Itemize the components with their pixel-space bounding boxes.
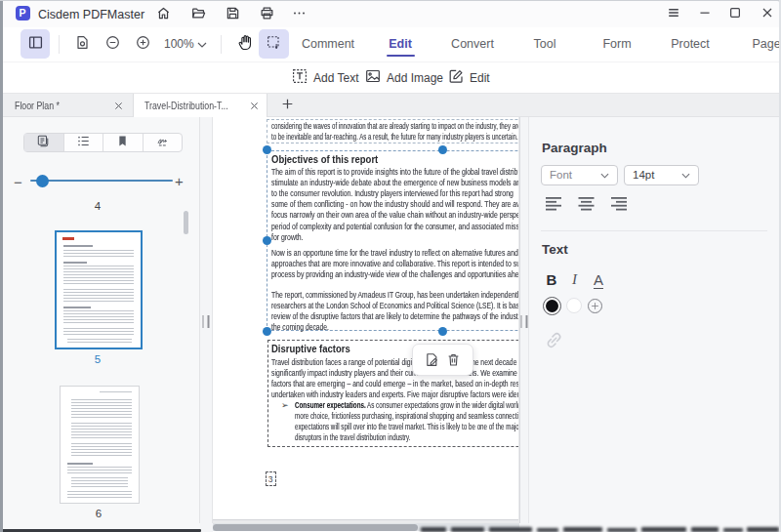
app-menu-button[interactable] — [664, 5, 683, 24]
tab-page[interactable]: Page — [752, 37, 780, 51]
text-line: researchers at the London School of Econ… — [271, 301, 518, 311]
tab-tool[interactable]: Tool — [534, 37, 556, 51]
font-family-select[interactable]: Font — [541, 165, 618, 186]
document-tab-bar: Floor Plan * Travel-Distribution-T... — [0, 93, 781, 117]
sidebar-toggle-button[interactable] — [21, 29, 50, 59]
selection-handle-top-middle[interactable] — [438, 145, 447, 154]
page-5-label[interactable]: 5 — [95, 353, 101, 365]
edit-block-button[interactable] — [424, 352, 439, 368]
color-swatch-black-selected[interactable] — [543, 297, 561, 315]
pdf-page[interactable]: considering the waves of innovation that… — [213, 117, 518, 520]
add-color-button[interactable] — [588, 299, 602, 313]
text-block-selected[interactable]: Objectives of this report The aim of thi… — [267, 150, 518, 332]
doc-tab-floor-plan[interactable]: Floor Plan * — [0, 94, 134, 117]
maximize-button[interactable] — [725, 5, 745, 24]
align-center-button[interactable] — [578, 197, 595, 211]
italic-button[interactable]: I — [572, 271, 577, 288]
close-tab-button[interactable] — [110, 98, 126, 113]
page-6-thumbnail[interactable] — [60, 386, 140, 504]
sidebar-scrollbar[interactable] — [184, 211, 189, 234]
app-title: Cisdem PDFMaster — [38, 8, 144, 21]
open-file-button[interactable] — [189, 6, 207, 23]
color-swatch-white[interactable] — [566, 298, 582, 313]
decorative-shape — [67, 467, 132, 475]
sidebar-splitter[interactable] — [200, 117, 213, 523]
close-icon — [114, 102, 123, 110]
page-5-thumbnail[interactable] — [55, 230, 143, 349]
marquee-select-button[interactable] — [259, 29, 289, 59]
edit-button[interactable]: Edit — [448, 62, 490, 93]
text-line: to be inevitable and far-reaching. As a … — [271, 132, 518, 143]
minimize-icon — [698, 6, 712, 23]
edit-label: Edit — [470, 71, 490, 85]
delete-block-button[interactable] — [446, 352, 462, 368]
view-mode-bookmarks[interactable] — [103, 134, 144, 151]
tab-form[interactable]: Form — [602, 37, 631, 51]
bold-button[interactable]: B — [547, 271, 557, 288]
zoom-in-button[interactable] — [134, 35, 151, 53]
home-icon — [156, 6, 171, 24]
panel-splitter[interactable] — [519, 117, 530, 523]
close-tab-button[interactable] — [249, 98, 260, 113]
close-button[interactable] — [758, 5, 777, 24]
more-button[interactable] — [290, 6, 308, 23]
selection-handle-top-left[interactable] — [263, 145, 271, 154]
add-text-button[interactable]: Add Text — [292, 62, 358, 93]
slider-track[interactable] — [30, 180, 173, 182]
align-left-button[interactable] — [546, 197, 562, 211]
toolbar-divider — [59, 35, 60, 54]
text-block-intro[interactable]: considering the waves of innovation that… — [267, 119, 518, 143]
decorative-shape — [208, 315, 210, 328]
decorative-shape — [63, 289, 134, 304]
decorative-shape — [489, 527, 532, 532]
desktop-edge — [0, 0, 3, 532]
app-logo: P — [16, 6, 30, 20]
decorative-shape — [63, 307, 91, 308]
splitter-grip-icon — [202, 315, 209, 328]
view-mode-thumbnails[interactable] — [24, 134, 64, 151]
text-line: factors that are emerging – and could em… — [271, 379, 518, 389]
zoom-level-value[interactable]: 100% — [164, 37, 194, 51]
selection-handle-bottom-left[interactable] — [263, 327, 271, 336]
print-button[interactable] — [258, 6, 275, 23]
align-right-button[interactable] — [610, 197, 627, 211]
new-tab-button[interactable] — [278, 97, 296, 114]
slider-knob[interactable] — [36, 175, 49, 187]
selection-handle-middle-left[interactable] — [263, 236, 271, 245]
text-line: significantly impact industry players an… — [271, 368, 518, 379]
toolbar-divider — [221, 35, 222, 54]
save-button[interactable] — [224, 6, 241, 23]
page-view-button[interactable] — [73, 35, 91, 53]
text-block-disruptive[interactable]: Disruptive factors Travel distribution f… — [267, 340, 518, 447]
link-button[interactable] — [545, 331, 563, 349]
doc-tab-travel-distribution[interactable]: Travel-Distribution-T... — [134, 94, 267, 117]
decorative-shape — [63, 262, 87, 264]
view-mode-signature[interactable] — [144, 134, 183, 151]
tab-edit[interactable]: Edit — [389, 37, 412, 51]
maximize-icon — [728, 6, 742, 23]
decorative-shape — [71, 423, 132, 440]
view-mode-outline[interactable] — [64, 134, 104, 151]
tab-comment[interactable]: Comment — [302, 37, 354, 51]
font-size-select[interactable]: 14pt — [624, 165, 699, 186]
zoom-out-button[interactable] — [104, 35, 122, 53]
decorative-shape — [63, 266, 134, 286]
tab-convert[interactable]: Convert — [451, 37, 494, 51]
slider-minus[interactable]: − — [14, 174, 22, 190]
slider-plus[interactable]: + — [175, 173, 184, 189]
tab-protect[interactable]: Protect — [671, 37, 710, 51]
text-line: for growth. — [271, 232, 304, 243]
minimize-button[interactable] — [695, 5, 715, 24]
chevron-down-icon[interactable] — [197, 42, 207, 48]
decorative-shape — [723, 528, 743, 532]
splitter-bottom — [200, 523, 213, 532]
selection-handle-bottom-middle[interactable] — [438, 327, 447, 336]
page-number-block[interactable]: 3 — [266, 471, 276, 486]
horizontal-scrollbar-thumb[interactable] — [213, 524, 418, 531]
home-button[interactable] — [154, 6, 172, 23]
hand-tool-button[interactable] — [236, 34, 256, 54]
decorative-shape — [520, 315, 522, 328]
underline-button[interactable]: A — [594, 271, 603, 288]
add-image-button[interactable]: Add Image — [365, 62, 443, 93]
sidebar-panel: − + 4 5 — [0, 117, 200, 523]
